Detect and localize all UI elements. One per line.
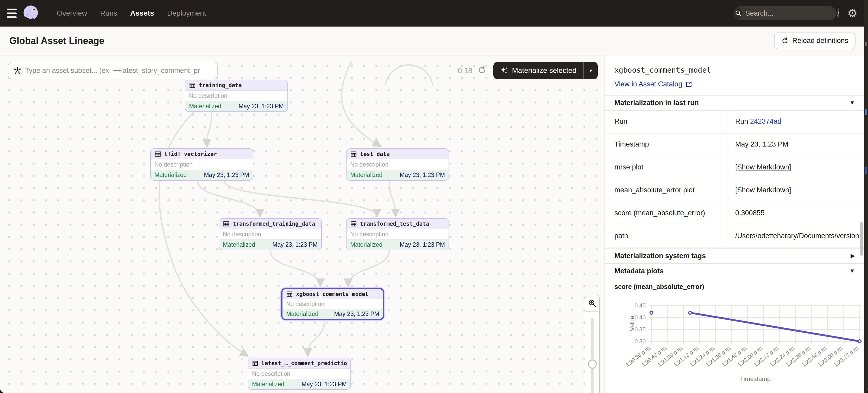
table-row: Run Run 242374ad (605, 110, 864, 133)
svg-text:0.35: 0.35 (634, 326, 646, 333)
nav-item-deployment[interactable]: Deployment (162, 5, 211, 21)
file-path-link[interactable]: /Users/odetteharary/Documents/version (735, 232, 859, 240)
asset-node-transformed_test_data[interactable]: transformed_test_data No description Mat… (346, 218, 449, 250)
asset-node-timestamp: May 23, 1:23 PM (272, 241, 318, 248)
asset-node-status: Materialized (350, 241, 382, 248)
table-row: Timestamp May 23, 1:23 PM (605, 133, 864, 156)
asset-node-training_data[interactable]: training_data No description Materialize… (185, 79, 288, 112)
sparkle-icon (500, 66, 508, 75)
asset-node-description: No description (350, 231, 389, 238)
metadata-plot-block: score (mean_absolute_error) 1:20:36 p.m.… (605, 278, 864, 388)
asset-node-title: training_data (199, 82, 242, 89)
asset-subset-input[interactable] (25, 67, 212, 75)
chevron-down-icon: ▼ (849, 267, 855, 274)
page-header: Global Asset Lineage Reload definitions (0, 27, 868, 56)
nav-item-assets[interactable]: Assets (125, 5, 159, 21)
svg-text:0.30: 0.30 (634, 338, 646, 345)
asset-node-timestamp: May 23, 1:23 PM (400, 171, 445, 178)
asset-node-timestamp: May 23, 1:23 PM (400, 241, 445, 248)
asset-node-title: test_data (360, 151, 390, 157)
zoom-slider-handle[interactable] (588, 360, 597, 368)
search-shortcut-badge: / (838, 8, 839, 18)
table-icon (154, 151, 161, 158)
table-icon (350, 221, 357, 227)
reload-definitions-button[interactable]: Reload definitions (774, 33, 856, 49)
chevron-down-icon: ▼ (849, 99, 855, 106)
table-row: path /Users/odetteharary/Documents/versi… (605, 225, 864, 248)
dagster-app: Overview Runs Assets Deployment / ⚙ Glob… (0, 0, 868, 393)
asset-node-xgboost_comments_model[interactable]: xgboost_comments_model No description Ma… (281, 288, 384, 320)
show-markdown-link[interactable]: [Show Markdown] (735, 163, 791, 171)
materialize-selected-button[interactable]: Materialize selected (493, 62, 583, 79)
asset-name-title: xgboost_comments_model (614, 66, 855, 74)
nav-items: Overview Runs Assets Deployment (52, 5, 211, 21)
table-icon (286, 291, 293, 297)
asset-node-status: Materialized (286, 310, 318, 318)
settings-gear-icon[interactable]: ⚙ (847, 7, 858, 19)
page-title: Global Asset Lineage (9, 35, 104, 46)
run-id-link[interactable]: 242374ad (750, 118, 781, 125)
svg-text:0.40: 0.40 (634, 314, 646, 321)
asset-node-description: No description (223, 231, 261, 238)
asset-node-title: transformed_training_data (233, 221, 315, 227)
zoom-slider (585, 311, 599, 393)
asset-node-description: No description (154, 161, 193, 168)
asset-node-timestamp: May 23, 1:23 PM (302, 381, 347, 388)
nav-item-runs[interactable]: Runs (96, 5, 122, 21)
background-window-strip (864, 0, 868, 393)
asset-node-timestamp: May 23, 1:23 PM (334, 310, 379, 318)
asset-node-title: latest_…_comment_predictions (261, 360, 347, 366)
asset-node-status: Materialized (223, 241, 255, 248)
materialize-options-caret[interactable]: ▾ (584, 62, 598, 79)
dagster-logo[interactable] (22, 4, 39, 22)
show-markdown-link[interactable]: [Show Markdown] (735, 186, 791, 194)
op-selector-icon (13, 67, 21, 74)
refresh-icon[interactable] (477, 65, 487, 76)
asset-node-description: No description (189, 92, 227, 99)
asset-node-title: tfidf_vectorizer (164, 151, 217, 157)
asset-node-test_data[interactable]: test_data No description Materialized Ma… (346, 149, 449, 181)
chart-title: score (mean_absolute_error) (605, 283, 864, 290)
asset-node-latest_predictions[interactable]: latest_…_comment_predictions No descript… (248, 358, 351, 390)
asset-node-timestamp: May 23, 1:23 PM (239, 103, 284, 110)
asset-node-description: No description (286, 301, 324, 308)
table-icon (350, 151, 357, 158)
table-row: mean_absolute_error plot [Show Markdown] (605, 179, 864, 202)
table-icon (189, 82, 196, 89)
asset-node-tfidf_vectorizer[interactable]: tfidf_vectorizer No description Material… (150, 149, 253, 181)
view-in-asset-catalog-link[interactable]: View in Asset Catalog (614, 80, 855, 88)
asset-graph-canvas[interactable]: training_data No description Materialize… (0, 56, 604, 393)
asset-node-status: Materialized (350, 171, 382, 178)
asset-node-title: transformed_test_data (360, 221, 429, 227)
reload-icon (781, 37, 788, 44)
search-input[interactable] (745, 9, 838, 18)
refresh-timer: 0:18 (458, 66, 472, 75)
asset-detail-panel: xgboost_comments_model View in Asset Cat… (604, 56, 864, 393)
asset-node-status: Materialized (252, 381, 284, 388)
table-icon (252, 360, 258, 367)
asset-node-transformed_training_data[interactable]: transformed_training_data No description… (219, 218, 322, 250)
zoom-in-button[interactable] (585, 295, 599, 311)
asset-node-status: Materialized (154, 171, 187, 178)
asset-node-description: No description (350, 161, 389, 168)
table-row: rmse plot [Show Markdown] (605, 156, 864, 179)
score-line-chart: 1:20:36 p.m.1:20:48 p.m.1:21:00 p.m.1:21… (605, 290, 864, 387)
table-row: score (mean_absolute_error) 0.300855 (605, 202, 864, 225)
section-metadata-plots[interactable]: Metadata plots ▼ (605, 263, 864, 278)
materialize-selected-split-button: Materialize selected ▾ (493, 62, 598, 79)
panel-scrollbar[interactable] (860, 222, 863, 256)
section-materialization-last-run[interactable]: Materialization in last run ▼ (605, 95, 864, 110)
section-materialization-system-tags[interactable]: Materialization system tags ▶ (605, 248, 864, 263)
asset-subset-filter[interactable] (8, 62, 218, 79)
nav-item-overview[interactable]: Overview (52, 5, 92, 21)
svg-text:Value: Value (628, 316, 636, 331)
materialization-metadata-table: Run Run 242374ad Timestamp May 23, 1:23 … (605, 110, 864, 248)
svg-text:0.45: 0.45 (634, 302, 646, 309)
chevron-right-icon: ▶ (850, 253, 855, 259)
hamburger-menu-icon[interactable] (2, 0, 21, 27)
asset-node-status: Materialized (189, 103, 221, 110)
zoom-slider-track[interactable] (591, 318, 594, 393)
global-search[interactable]: / (734, 6, 837, 20)
zoom-controls (585, 295, 600, 393)
search-icon (735, 7, 742, 19)
